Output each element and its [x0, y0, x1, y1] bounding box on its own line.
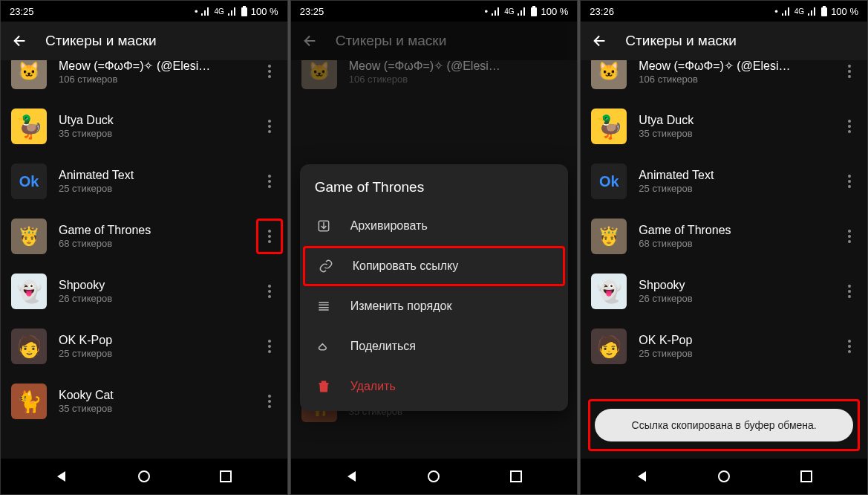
menu-label: Изменить порядок	[350, 300, 452, 313]
sticker-count: 25 стикеров	[59, 183, 244, 194]
network-label: 4G	[214, 7, 223, 16]
battery-label: 100 %	[251, 6, 278, 17]
list-item[interactable]: 🐱 Meow (=ΦωΦ=)✧ (@Elesi…106 стикеров	[1, 60, 287, 99]
more-button[interactable]	[256, 384, 283, 419]
sticker-avatar: 🧑	[11, 329, 47, 364]
more-button[interactable]	[836, 274, 863, 309]
svg-rect-3	[221, 471, 231, 482]
nav-back[interactable]	[41, 462, 82, 491]
battery-icon	[820, 6, 828, 16]
nav-recent[interactable]	[495, 462, 537, 491]
more-button[interactable]	[256, 164, 283, 199]
battery-label: 100 %	[831, 6, 858, 17]
list-item: 🐱 Meow (=ΦωΦ=)✧ (@Elesi…106 стикеров	[291, 60, 578, 99]
menu-copy-link[interactable]: Копировать ссылку	[303, 246, 566, 286]
svg-rect-8	[511, 471, 521, 482]
sticker-title: Utya Duck	[59, 114, 244, 127]
sticker-avatar: 👻	[591, 274, 627, 309]
sticker-avatar: 🦆	[591, 109, 627, 144]
app-bar: Стикеры и маски	[1, 22, 287, 60]
status-icons: • 4G 100 %	[485, 6, 569, 17]
page-title: Стикеры и маски	[45, 33, 157, 49]
sticker-avatar: 🐱	[591, 60, 627, 89]
signal-icon	[491, 7, 501, 16]
sticker-title: Meow (=ΦωΦ=)✧ (@Elesi…	[59, 60, 244, 73]
menu-archive[interactable]: Архивировать	[300, 206, 569, 246]
more-button[interactable]	[836, 329, 863, 364]
status-icons: • 4G 100 %	[774, 6, 858, 17]
nav-recent[interactable]	[786, 462, 827, 491]
signal-icon-2	[227, 7, 238, 16]
network-label: 4G	[504, 7, 514, 16]
sticker-title: Shpooky	[59, 279, 244, 292]
more-button[interactable]	[256, 60, 283, 89]
sticker-avatar: 🤴	[11, 219, 47, 254]
sticker-avatar: Ok	[11, 164, 47, 199]
sticker-avatar: 🤴	[591, 219, 627, 254]
list-item[interactable]: 🤴 Game of Thrones68 стикеров	[581, 209, 867, 264]
nav-back[interactable]	[331, 462, 373, 491]
list-item[interactable]: Ok Animated Text25 стикеров	[1, 154, 287, 209]
screen-3: 23:26 • 4G 100 % Стикеры и маски 38 стик…	[580, 0, 868, 495]
sticker-count: 25 стикеров	[59, 348, 244, 359]
network-label: 4G	[794, 7, 804, 16]
more-button[interactable]	[256, 329, 283, 364]
screen-2: 23:25 • 4G 100 % Стикеры и маски 38 стик…	[290, 0, 578, 495]
back-button[interactable]	[7, 28, 33, 54]
sticker-avatar: 🐱	[301, 60, 337, 89]
signal-icon	[200, 7, 211, 16]
list-item[interactable]: 🧑 OK K-Pop25 стикеров	[1, 319, 287, 374]
more-button-highlighted[interactable]	[256, 219, 283, 254]
svg-rect-12	[801, 471, 812, 482]
sticker-count: 26 стикеров	[59, 293, 244, 304]
menu-reorder[interactable]: Изменить порядок	[300, 286, 569, 326]
svg-rect-10	[823, 6, 826, 7]
menu-delete[interactable]: Удалить	[300, 366, 569, 407]
more-button[interactable]	[256, 109, 283, 144]
svg-rect-9	[821, 7, 827, 16]
more-button[interactable]	[836, 164, 863, 199]
list-item[interactable]: Ok Animated Text25 стикеров	[581, 154, 867, 209]
app-bar: Стикеры и маски	[291, 22, 578, 60]
battery-icon	[530, 6, 538, 16]
nav-recent[interactable]	[205, 462, 247, 491]
sticker-list-dimmed: 38 стикеров 🐱 Meow (=ΦωΦ=)✧ (@Elesi…106 …	[291, 60, 578, 459]
nav-home[interactable]	[413, 462, 454, 491]
sticker-count: 35 стикеров	[59, 128, 244, 139]
sticker-list: 38 стикеров 🐱 Meow (=ΦωΦ=)✧ (@Elesi…106 …	[1, 60, 287, 459]
nav-back[interactable]	[621, 462, 663, 491]
back-button[interactable]	[297, 28, 324, 54]
nav-home[interactable]	[703, 462, 745, 491]
list-item[interactable]: 🦆 Utya Duck35 стикеров	[1, 99, 287, 154]
back-button[interactable]	[587, 28, 613, 54]
sticker-avatar: 🐈	[11, 384, 47, 419]
screen-1: 23:25 • 4G 100 % Стикеры и маски 38 стик…	[0, 0, 288, 495]
menu-share[interactable]: Поделиться	[300, 326, 569, 366]
nav-home[interactable]	[123, 462, 165, 491]
list-item[interactable]: 🤴 Game of Thrones68 стикеров	[1, 209, 287, 264]
svg-rect-5	[532, 6, 535, 7]
more-button[interactable]	[836, 60, 863, 89]
svg-point-7	[428, 471, 439, 482]
list-item[interactable]: 🐈 Kooky Cat35 стикеров	[1, 374, 287, 429]
sticker-title: Kooky Cat	[59, 389, 244, 402]
list-item[interactable]: 🧑 OK K-Pop25 стикеров	[581, 319, 867, 374]
signal-icon-2	[807, 7, 818, 16]
list-item[interactable]: 👻 Shpooky26 стикеров	[581, 264, 867, 319]
svg-point-2	[139, 471, 149, 482]
more-button[interactable]	[256, 274, 283, 309]
page-title: Стикеры и маски	[336, 33, 447, 49]
more-button[interactable]	[836, 219, 863, 254]
list-item[interactable]: 👻 Shpooky26 стикеров	[1, 264, 287, 319]
reorder-icon	[315, 297, 333, 315]
menu-label: Удалить	[350, 380, 396, 393]
status-bar: 23:25 • 4G 100 %	[1, 1, 287, 22]
more-button[interactable]	[836, 109, 863, 144]
sticker-avatar: Ok	[591, 164, 627, 199]
sticker-count: 106 стикеров	[59, 74, 244, 85]
list-item[interactable]: 🐱 Meow (=ΦωΦ=)✧ (@Elesi…106 стикеров	[581, 60, 867, 99]
trash-icon	[315, 378, 333, 395]
toast-highlight: Ссылка скопирована в буфер обмена.	[588, 399, 860, 451]
sticker-count: 68 стикеров	[59, 238, 244, 249]
list-item[interactable]: 🦆 Utya Duck35 стикеров	[581, 99, 867, 154]
